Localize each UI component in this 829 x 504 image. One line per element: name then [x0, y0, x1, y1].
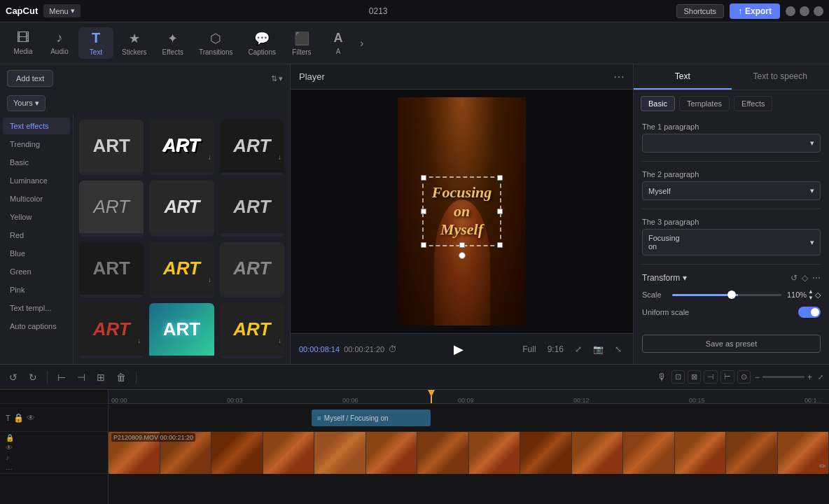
toolbar-effects[interactable]: ✦ Effects: [155, 28, 190, 59]
toolbar-transitions[interactable]: ⬡ Transitions: [192, 28, 240, 59]
keyframe-button[interactable]: ◇: [802, 273, 808, 283]
lock-icon-video[interactable]: 🔒: [6, 434, 14, 442]
text-overlay[interactable]: FocusingonMyself: [422, 176, 502, 246]
toolbar-audio[interactable]: ♪ Audio: [42, 28, 77, 58]
resize-handle-mr[interactable]: [497, 209, 503, 214]
shortcuts-button[interactable]: Shortcuts: [676, 4, 724, 18]
effect-card-4[interactable]: ART: [79, 181, 144, 236]
toolbar-text[interactable]: T Text: [78, 27, 113, 59]
reset-transform-button[interactable]: ↺: [790, 273, 797, 283]
zoom-in[interactable]: +: [807, 372, 812, 382]
effect-card-12[interactable]: ART ↓: [220, 303, 284, 358]
minimize-button[interactable]: [786, 6, 795, 16]
lock-icon-text[interactable]: 🔒: [13, 413, 24, 423]
player-menu-icon[interactable]: ⋯: [613, 70, 625, 83]
category-yellow[interactable]: Yellow: [3, 209, 70, 225]
eye-icon-video[interactable]: 👁: [6, 444, 14, 451]
effect-card-2[interactable]: ART ↓: [149, 120, 214, 175]
crop-button[interactable]: ⊞: [93, 370, 109, 385]
more-icon-video[interactable]: …: [6, 463, 14, 471]
video-strip[interactable]: [109, 432, 829, 474]
category-luminance[interactable]: Luminance: [3, 172, 70, 189]
zoom-button[interactable]: ⤢: [572, 343, 585, 356]
tl-action-4[interactable]: ⊢: [720, 370, 734, 384]
audio-icon-video[interactable]: ♪: [6, 454, 14, 461]
category-blue[interactable]: Blue: [3, 245, 70, 262]
subtab-basic[interactable]: Basic: [641, 96, 675, 111]
effect-card-5[interactable]: ART: [149, 181, 214, 236]
text-clip[interactable]: ≡ Myself / Focusing on: [312, 410, 431, 426]
add-text-button[interactable]: Add text: [7, 70, 53, 87]
zoom-slider[interactable]: [762, 376, 804, 378]
edit-clip-button[interactable]: ✏: [819, 461, 826, 471]
category-pink[interactable]: Pink: [3, 281, 70, 298]
toolbar-more[interactable]: A A: [321, 28, 356, 58]
effect-card-10[interactable]: ART ↓: [79, 303, 144, 358]
expand-button[interactable]: ⤡: [612, 343, 625, 356]
sort-button[interactable]: ⇅ ▾: [271, 74, 283, 83]
resize-handle-bm[interactable]: [459, 242, 465, 248]
paragraph2-dropdown[interactable]: Myself ▾: [642, 181, 821, 200]
effect-card-7[interactable]: ART: [79, 242, 144, 298]
toolbar-media[interactable]: 🎞 Media: [6, 28, 41, 58]
fullscreen-button[interactable]: Full: [520, 343, 538, 356]
effect-card-9[interactable]: ART: [220, 242, 284, 298]
trim-left-button[interactable]: ⊣: [74, 370, 89, 385]
export-button[interactable]: ↑ Export: [730, 4, 780, 19]
tab-text[interactable]: Text: [634, 64, 732, 90]
category-text-effects[interactable]: Text effects: [3, 118, 70, 134]
rotate-handle[interactable]: [459, 252, 466, 259]
save-preset-button[interactable]: Save as preset: [642, 335, 821, 353]
scale-slider[interactable]: [672, 294, 781, 296]
tl-action-3[interactable]: ⊣: [704, 370, 718, 384]
split-button[interactable]: ⊢: [54, 370, 69, 385]
tl-action-5[interactable]: ⊙: [737, 370, 751, 384]
redo-button[interactable]: ↻: [25, 370, 41, 385]
category-green[interactable]: Green: [3, 263, 70, 280]
close-button[interactable]: [814, 6, 823, 16]
mic-button[interactable]: 🎙: [657, 372, 667, 383]
scale-keyframe[interactable]: ◇: [815, 290, 821, 300]
uniform-scale-toggle[interactable]: [798, 307, 821, 318]
menu-button[interactable]: Menu ▾: [43, 4, 81, 18]
time-icon[interactable]: ⏱: [389, 344, 397, 354]
effect-card-1[interactable]: ART: [79, 120, 144, 175]
category-trending[interactable]: Trending: [3, 136, 70, 153]
effect-card-3[interactable]: ART ↓: [220, 120, 284, 175]
toolbar-expand[interactable]: ›: [357, 34, 366, 52]
resize-handle-ml[interactable]: [421, 209, 426, 214]
subtab-effects[interactable]: Effects: [734, 96, 772, 111]
effect-card-6[interactable]: ART: [220, 181, 284, 236]
snapshot-button[interactable]: 📷: [590, 343, 606, 356]
eye-icon-text[interactable]: 👁: [27, 413, 35, 423]
delete-button[interactable]: 🗑: [113, 370, 130, 385]
tab-text-to-speech[interactable]: Text to speech: [732, 64, 830, 90]
paragraph1-dropdown[interactable]: ▾: [642, 134, 821, 153]
play-button[interactable]: ▶: [454, 342, 464, 357]
fit-button[interactable]: ⤢: [818, 373, 823, 381]
scale-stepper[interactable]: ▲▼: [808, 288, 814, 301]
toolbar-filters[interactable]: ⬛ Filters: [284, 28, 319, 59]
effect-card-8[interactable]: ART ↓: [149, 242, 214, 298]
resize-handle-tr[interactable]: [497, 175, 503, 181]
paragraph3-dropdown[interactable]: Focusing on ▾: [642, 229, 821, 255]
resize-handle-br[interactable]: [497, 242, 503, 248]
resize-handle-bl[interactable]: [421, 242, 426, 248]
resize-handle-tl[interactable]: [421, 175, 426, 181]
zoom-out[interactable]: −: [755, 372, 760, 382]
category-auto-captions[interactable]: Auto captions: [3, 318, 70, 335]
toolbar-captions[interactable]: 💬 Captions: [242, 28, 283, 59]
toolbar-stickers[interactable]: ★ Stickers: [115, 28, 154, 59]
transform-more-button[interactable]: ⋯: [812, 273, 821, 283]
category-red[interactable]: Red: [3, 227, 70, 244]
tl-action-2[interactable]: ⊠: [688, 370, 701, 384]
category-basic[interactable]: Basic: [3, 154, 70, 171]
maximize-button[interactable]: [800, 6, 809, 16]
subtab-templates[interactable]: Templates: [679, 96, 730, 111]
tl-action-1[interactable]: ⊡: [671, 370, 685, 384]
category-multicolor[interactable]: Multicolor: [3, 190, 70, 207]
yours-dropdown[interactable]: Yours ▾: [7, 95, 46, 111]
category-text-template[interactable]: Text templ...: [3, 300, 70, 316]
undo-button[interactable]: ↺: [6, 370, 21, 385]
effect-card-11[interactable]: ART ↓: [149, 303, 214, 358]
